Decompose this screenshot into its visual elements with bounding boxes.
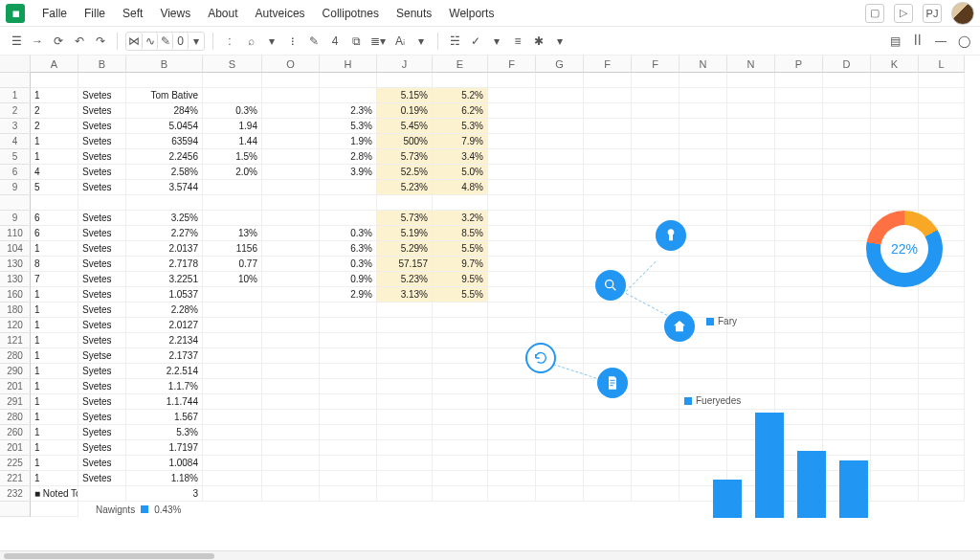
cell[interactable]: 2.2.514: [126, 364, 203, 379]
search-icon[interactable]: [595, 270, 626, 301]
cell[interactable]: [377, 195, 433, 211]
row-header[interactable]: 9: [0, 180, 31, 195]
cell[interactable]: 5.0454: [126, 119, 203, 134]
horizontal-scrollbar[interactable]: [0, 550, 980, 560]
cell[interactable]: 57.157: [377, 257, 433, 272]
cell[interactable]: 2.2456: [126, 149, 203, 165]
cell[interactable]: [433, 456, 488, 471]
cell[interactable]: 2.0127: [126, 318, 203, 333]
row-header[interactable]: 6: [0, 165, 31, 180]
column-header[interactable]: K: [871, 56, 919, 73]
cell[interactable]: [727, 257, 775, 272]
cell[interactable]: 1: [31, 149, 78, 165]
cell[interactable]: [871, 394, 919, 410]
cell[interactable]: 3.2251: [126, 272, 203, 287]
cell[interactable]: [488, 88, 536, 103]
cell[interactable]: [823, 302, 871, 318]
cell[interactable]: [919, 486, 965, 502]
cell[interactable]: [126, 195, 203, 211]
row-header[interactable]: 180: [0, 302, 31, 318]
cell[interactable]: Svetes: [78, 272, 126, 287]
row-header[interactable]: 130: [0, 257, 31, 272]
cell[interactable]: 2.0%: [203, 165, 262, 180]
cell[interactable]: [433, 440, 488, 456]
cell[interactable]: [262, 211, 320, 226]
cell[interactable]: [823, 165, 871, 180]
tool-refresh-icon[interactable]: ⟳: [50, 32, 67, 51]
column-header[interactable]: J: [377, 56, 433, 73]
cell[interactable]: [262, 103, 320, 119]
cell[interactable]: [203, 73, 262, 88]
cell[interactable]: [433, 364, 488, 379]
cell[interactable]: [488, 257, 536, 272]
cell[interactable]: [262, 272, 320, 287]
menu-item-6[interactable]: Collipotnes: [315, 3, 387, 24]
cell[interactable]: 0.3%: [320, 226, 377, 241]
row-header[interactable]: [0, 195, 31, 211]
cell[interactable]: 13%: [203, 226, 262, 241]
tg1-4[interactable]: ▾: [189, 33, 204, 50]
tr1-2[interactable]: ▾: [488, 32, 505, 51]
cell[interactable]: 0.19%: [377, 103, 433, 119]
cell[interactable]: Svetes: [78, 257, 126, 272]
cell[interactable]: [823, 241, 871, 257]
cell[interactable]: [632, 348, 679, 364]
cell[interactable]: [31, 73, 78, 88]
cell[interactable]: [536, 211, 584, 226]
row-header[interactable]: 104: [0, 241, 31, 257]
row-header[interactable]: 120: [0, 318, 31, 333]
cell[interactable]: Svetes: [78, 165, 126, 180]
cell[interactable]: [871, 287, 919, 302]
cell[interactable]: 1: [31, 440, 78, 456]
cell[interactable]: [679, 241, 727, 257]
cell[interactable]: [823, 73, 871, 88]
cell[interactable]: [679, 149, 727, 165]
cell[interactable]: ■ Noted To Cepentime: [31, 486, 78, 502]
cell[interactable]: [203, 440, 262, 456]
cell[interactable]: Svetes: [78, 180, 126, 195]
column-header[interactable]: A: [31, 56, 78, 73]
topright-btn-0[interactable]: ▢: [865, 4, 884, 23]
cell[interactable]: [320, 440, 377, 456]
cell[interactable]: [775, 257, 823, 272]
cell[interactable]: [919, 440, 965, 456]
menu-item-2[interactable]: Seft: [115, 3, 150, 24]
cell[interactable]: [775, 226, 823, 241]
cell[interactable]: [203, 333, 262, 348]
cell[interactable]: [433, 410, 488, 425]
cell[interactable]: 2.3%: [320, 103, 377, 119]
cell[interactable]: [262, 425, 320, 440]
cell[interactable]: [679, 211, 727, 226]
cell[interactable]: [536, 180, 584, 195]
cell[interactable]: [679, 226, 727, 241]
cell[interactable]: 5.15%: [377, 88, 433, 103]
cell[interactable]: [632, 440, 679, 456]
tc-3[interactable]: ⫶: [284, 32, 301, 51]
far-2[interactable]: —: [932, 32, 949, 51]
cell[interactable]: [433, 302, 488, 318]
cell[interactable]: 1.0084: [126, 456, 203, 471]
cell[interactable]: [871, 425, 919, 440]
column-header[interactable]: H: [320, 56, 377, 73]
cell[interactable]: [584, 486, 632, 502]
doc-icon[interactable]: [597, 368, 628, 398]
cell[interactable]: [584, 333, 632, 348]
cell[interactable]: [536, 195, 584, 211]
menu-item-8[interactable]: Welports: [441, 3, 501, 24]
cell[interactable]: 1.18%: [126, 471, 203, 486]
tc-4-pencil-icon[interactable]: ✎: [305, 32, 323, 51]
cell[interactable]: Syetes: [78, 364, 126, 379]
cell[interactable]: 1: [31, 134, 78, 149]
cell[interactable]: [488, 165, 536, 180]
cell[interactable]: 1.0537: [126, 287, 203, 302]
cell[interactable]: [632, 364, 679, 379]
cell[interactable]: [203, 410, 262, 425]
row-header[interactable]: [0, 502, 31, 517]
cell[interactable]: [871, 364, 919, 379]
row-header[interactable]: 221: [0, 471, 31, 486]
cell[interactable]: [584, 88, 632, 103]
cell[interactable]: [919, 287, 965, 302]
cell[interactable]: 5.73%: [377, 211, 433, 226]
cell[interactable]: [536, 394, 584, 410]
cell[interactable]: [679, 180, 727, 195]
